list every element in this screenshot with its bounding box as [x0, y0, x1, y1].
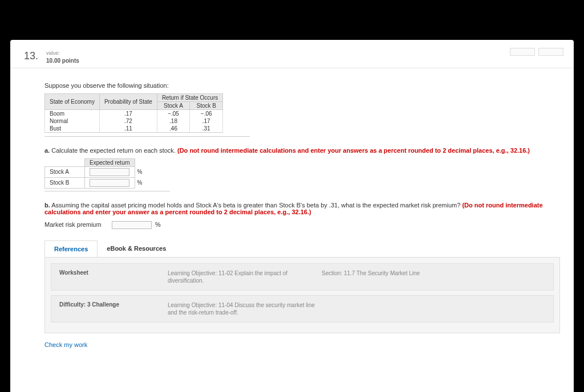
reference-row: Difficulty: 3 Challenge Learning Objecti…: [51, 295, 554, 322]
ref-empty: [322, 301, 545, 316]
top-controls: [510, 48, 563, 56]
ghost-button-2[interactable]: [538, 48, 563, 56]
ghost-button-1[interactable]: [510, 48, 535, 56]
tabs: References eBook & Resources: [44, 240, 560, 257]
table-row: Normal .72 .18 .17: [45, 117, 223, 125]
situation-table: State of Economy Probability of State Re…: [44, 93, 223, 133]
check-my-work-link[interactable]: Check my work: [44, 341, 87, 348]
reference-row: Worksheet Learning Objective: 11-02 Expl…: [51, 263, 554, 291]
mrp-input[interactable]: [112, 221, 152, 229]
intro-text: Suppose you observe the following situat…: [44, 82, 560, 89]
question-number: 13.: [24, 50, 38, 62]
table-row: Boom .17 −.05 −.06: [45, 109, 223, 117]
table-underline: [44, 191, 170, 191]
question-content: Suppose you observe the following situat…: [10, 68, 574, 348]
part-a-text: a. Calculate the expected return on each…: [44, 147, 560, 154]
mrp-label: Market risk premium: [44, 221, 102, 228]
pct-label: %: [135, 166, 147, 177]
part-a-label: a.: [44, 147, 50, 154]
row-stock-b: Stock B: [45, 177, 85, 188]
pct-label: %: [155, 221, 161, 228]
tab-references[interactable]: References: [44, 240, 98, 257]
th-stock-b: Stock B: [190, 101, 223, 109]
ref-lo-1: Learning Objective: 11-02 Explain the im…: [168, 270, 322, 284]
references-panel: Worksheet Learning Objective: 11-02 Expl…: [44, 257, 560, 333]
value-block: value: 10.00 points: [46, 50, 79, 64]
part-b-text: b. Assuming the capital asset pricing mo…: [44, 202, 560, 215]
pct-label: %: [135, 177, 147, 188]
part-a-hint: (Do not round intermediate calculations …: [177, 147, 530, 154]
ref-section: Section: 11.7 The Security Market Line: [322, 270, 545, 284]
ref-lo-2: Learning Objective: 11-04 Discuss the se…: [168, 301, 322, 316]
th-expected-return: Expected return: [85, 158, 135, 166]
table-row: Bust .11 .46 .31: [45, 125, 223, 133]
th-stock-a: Stock A: [157, 101, 189, 109]
row-stock-a: Stock A: [45, 166, 85, 177]
ref-worksheet: Worksheet: [59, 270, 168, 284]
question-header: 13. value: 10.00 points: [10, 40, 574, 68]
stock-b-return-input[interactable]: [90, 179, 129, 187]
question-card: 13. value: 10.00 points Suppose you obse…: [10, 40, 574, 392]
expected-return-table: Expected return Stock A % Stock B %: [44, 158, 148, 189]
th-return-span: Return if State Occurs: [157, 93, 222, 101]
value-label: value:: [46, 50, 79, 57]
th-state: State of Economy: [45, 93, 100, 109]
ref-difficulty: Difficulty: 3 Challenge: [59, 301, 168, 316]
tab-ebook[interactable]: eBook & Resources: [98, 240, 175, 257]
mrp-row: Market risk premium %: [44, 221, 560, 229]
table-underline: [44, 136, 250, 137]
points-value: 10.00 points: [46, 57, 79, 64]
part-b-label: b.: [44, 202, 50, 209]
stock-a-return-input[interactable]: [90, 168, 129, 176]
th-prob: Probability of State: [99, 93, 157, 109]
